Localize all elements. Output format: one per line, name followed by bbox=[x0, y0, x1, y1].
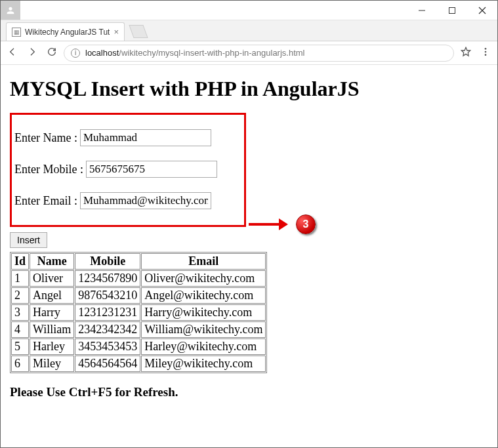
cell-name: Miley bbox=[30, 356, 74, 372]
cell-mobile: 2342342342 bbox=[75, 321, 140, 338]
reload-button[interactable] bbox=[47, 47, 57, 60]
svg-marker-4 bbox=[461, 47, 470, 56]
window-maximize-button[interactable] bbox=[437, 1, 467, 20]
table-row: 5Harley3453453453Harley@wikitechy.com bbox=[11, 338, 266, 355]
window-close-button[interactable] bbox=[467, 1, 497, 20]
new-tab-button[interactable] bbox=[129, 25, 148, 38]
email-label: Enter Email : bbox=[14, 194, 77, 208]
cell-name: William bbox=[30, 321, 74, 338]
cell-email: Oliver@wikitechy.com bbox=[141, 270, 266, 287]
svg-point-5 bbox=[485, 48, 487, 50]
svg-point-6 bbox=[485, 51, 487, 52]
page-favicon-icon: ▦ bbox=[12, 28, 21, 37]
cell-id: 5 bbox=[11, 338, 29, 355]
page-content: MYSQL Insert with PHP in AngularJS Enter… bbox=[1, 65, 497, 405]
mobile-input[interactable] bbox=[86, 161, 217, 178]
cell-mobile: 9876543210 bbox=[75, 287, 140, 304]
cell-name: Angel bbox=[30, 287, 74, 304]
cell-email: Angel@wikitechy.com bbox=[141, 287, 266, 304]
annotation-callout: 3 bbox=[249, 214, 316, 234]
bookmark-star-icon[interactable] bbox=[461, 47, 471, 60]
cell-mobile: 3453453453 bbox=[75, 338, 140, 355]
cell-id: 4 bbox=[11, 321, 29, 338]
browser-tab-title: Wikitechy AngularJS Tut bbox=[25, 28, 110, 37]
menu-icon[interactable] bbox=[480, 47, 491, 60]
col-email: Email bbox=[141, 253, 266, 270]
back-button[interactable] bbox=[7, 47, 18, 60]
annotation-badge: 3 bbox=[296, 214, 316, 234]
insert-button[interactable]: Insert bbox=[10, 232, 47, 248]
svg-rect-1 bbox=[449, 7, 455, 13]
table-header-row: Id Name Mobile Email bbox=[11, 253, 266, 270]
cell-id: 3 bbox=[11, 304, 29, 321]
records-table: Id Name Mobile Email 1Oliver1234567890Ol… bbox=[10, 252, 267, 373]
cell-mobile: 1234567890 bbox=[75, 270, 140, 287]
window-minimize-button[interactable] bbox=[407, 1, 437, 20]
url-path: /wikitechy/mysql-insert-with-php-in-angu… bbox=[119, 48, 304, 58]
table-row: 1Oliver1234567890Oliver@wikitechy.com bbox=[11, 270, 266, 287]
cell-mobile: 1231231231 bbox=[75, 304, 140, 321]
forward-button[interactable] bbox=[27, 47, 37, 60]
cell-email: William@wikitechy.com bbox=[141, 321, 266, 338]
cell-name: Harry bbox=[30, 304, 74, 321]
cell-id: 1 bbox=[11, 270, 29, 287]
browser-tab[interactable]: ▦ Wikitechy AngularJS Tut × bbox=[6, 22, 125, 41]
window-titlebar bbox=[1, 1, 497, 20]
table-row: 2Angel9876543210Angel@wikitechy.com bbox=[11, 287, 266, 304]
cell-id: 6 bbox=[11, 356, 29, 372]
site-info-icon[interactable]: i bbox=[71, 49, 80, 58]
cell-id: 2 bbox=[11, 287, 29, 304]
refresh-note: Please Use Ctrl+F5 for Refresh. bbox=[10, 385, 488, 399]
address-bar[interactable]: i localhost/wikitechy/mysql-insert-with-… bbox=[64, 45, 454, 62]
email-input[interactable] bbox=[80, 192, 211, 209]
tab-close-icon[interactable]: × bbox=[114, 27, 119, 37]
name-input[interactable] bbox=[80, 129, 211, 146]
table-row: 6Miley4564564564Miley@wikitechy.com bbox=[11, 356, 266, 372]
arrow-head-icon bbox=[279, 218, 288, 230]
browser-toolbar: i localhost/wikitechy/mysql-insert-with-… bbox=[1, 41, 497, 65]
table-row: 4William2342342342William@wikitechy.com bbox=[11, 321, 266, 338]
col-mobile: Mobile bbox=[75, 253, 140, 270]
mobile-label: Enter Mobile : bbox=[14, 163, 83, 176]
col-name: Name bbox=[30, 253, 74, 270]
name-label: Enter Name : bbox=[14, 131, 77, 145]
table-row: 3Harry1231231231Harry@wikitechy.com bbox=[11, 304, 266, 321]
cell-email: Harley@wikitechy.com bbox=[141, 338, 266, 355]
cell-name: Harley bbox=[30, 338, 74, 355]
col-id: Id bbox=[11, 253, 29, 270]
arrow-icon bbox=[249, 223, 279, 226]
cell-mobile: 4564564564 bbox=[75, 356, 140, 372]
page-heading: MYSQL Insert with PHP in AngularJS bbox=[10, 77, 488, 101]
insert-form: Enter Name : Enter Mobile : Enter Email … bbox=[10, 113, 246, 227]
svg-point-7 bbox=[485, 54, 487, 56]
profile-icon[interactable] bbox=[1, 1, 20, 20]
browser-tabstrip: ▦ Wikitechy AngularJS Tut × bbox=[1, 20, 497, 41]
cell-name: Oliver bbox=[30, 270, 74, 287]
url-host: localhost bbox=[85, 48, 119, 58]
cell-email: Harry@wikitechy.com bbox=[141, 304, 266, 321]
cell-email: Miley@wikitechy.com bbox=[141, 356, 266, 372]
